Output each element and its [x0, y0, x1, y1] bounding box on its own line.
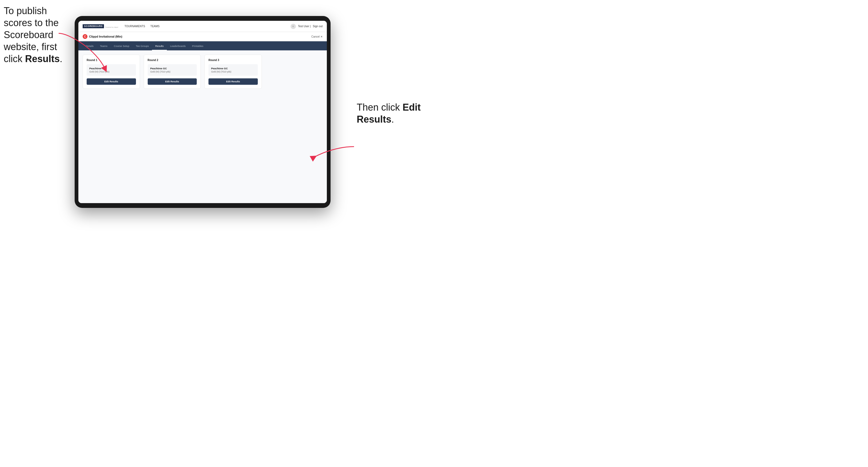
round-2-course: Peachtree GC Gold (M) (7010 yds) — [148, 64, 197, 76]
tab-leaderboards[interactable]: Leaderboards — [167, 41, 189, 51]
tournament-header: C Clippd Invitational (Min) Cancel ✕ — [79, 32, 327, 41]
round-1-course-name: Peachtree GC — [89, 67, 133, 70]
logo-sub: Powered by clippd — [105, 26, 118, 28]
tournament-title: C Clippd Invitational (Min) — [83, 34, 122, 39]
signout-link[interactable]: Sign out — [313, 24, 322, 28]
c-logo: C — [83, 34, 87, 39]
round-3-course: Peachtree GC Gold (M) (7010 yds) — [209, 64, 258, 76]
round-2-title: Round 2 — [148, 59, 197, 62]
tournament-name: Clippd Invitational (Min) — [89, 35, 122, 38]
cancel-button[interactable]: Cancel ✕ — [311, 35, 322, 38]
round-2-course-name: Peachtree GC — [150, 67, 194, 70]
rounds-grid: Round 1 Peachtree GC Gold (M) (7010 yds)… — [83, 55, 322, 89]
user-avatar: U — [290, 24, 296, 29]
tab-course-setup[interactable]: Course Setup — [111, 41, 132, 51]
round-3-course-name: Peachtree GC — [211, 67, 255, 70]
edit-results-button-2[interactable]: Edit Results — [148, 79, 197, 85]
main-content: Round 1 Peachtree GC Gold (M) (7010 yds)… — [79, 51, 327, 203]
nav-links: TOURNAMENTS TEAMS — [124, 24, 290, 28]
round-1-course-details: Gold (M) (7010 yds) — [89, 70, 133, 73]
tab-tee-groups[interactable]: Tee Groups — [132, 41, 152, 51]
nav-right: U Test User | Sign out — [290, 24, 322, 29]
round-1-title: Round 1 — [87, 59, 136, 62]
round-3-course-details: Gold (M) (7010 yds) — [211, 70, 255, 73]
nav-tournaments[interactable]: TOURNAMENTS — [124, 24, 145, 28]
tablet-device: SCOREBOARD Powered by clippd TOURNAMENTS… — [75, 16, 331, 208]
user-text: Test User | — [298, 25, 311, 28]
tab-bar: Details Teams Course Setup Tee Groups Re… — [79, 41, 327, 51]
instruction-right: Then click Edit Results. — [357, 101, 426, 125]
instruction-left: To publish scores to the Scoreboard webs… — [4, 5, 65, 65]
empty-column — [266, 55, 323, 89]
top-nav: SCOREBOARD Powered by clippd TOURNAMENTS… — [79, 21, 327, 32]
logo-area: SCOREBOARD Powered by clippd — [83, 24, 118, 29]
tab-printables[interactable]: Printables — [189, 41, 207, 51]
tablet-screen: SCOREBOARD Powered by clippd TOURNAMENTS… — [79, 21, 327, 203]
round-card-1: Round 1 Peachtree GC Gold (M) (7010 yds)… — [83, 55, 140, 89]
tab-details[interactable]: Details — [83, 41, 97, 51]
edit-results-button-3[interactable]: Edit Results — [209, 79, 258, 85]
tab-results[interactable]: Results — [152, 41, 167, 51]
round-1-course: Peachtree GC Gold (M) (7010 yds) — [87, 64, 136, 76]
tab-teams[interactable]: Teams — [97, 41, 111, 51]
round-card-2: Round 2 Peachtree GC Gold (M) (7010 yds)… — [144, 55, 201, 89]
round-2-course-details: Gold (M) (7010 yds) — [150, 70, 194, 73]
round-3-title: Round 3 — [209, 59, 258, 62]
round-card-3: Round 3 Peachtree GC Gold (M) (7010 yds)… — [205, 55, 262, 89]
nav-teams[interactable]: TEAMS — [150, 24, 159, 28]
scoreboard-logo: SCOREBOARD — [83, 24, 104, 29]
edit-results-button-1[interactable]: Edit Results — [87, 79, 136, 85]
